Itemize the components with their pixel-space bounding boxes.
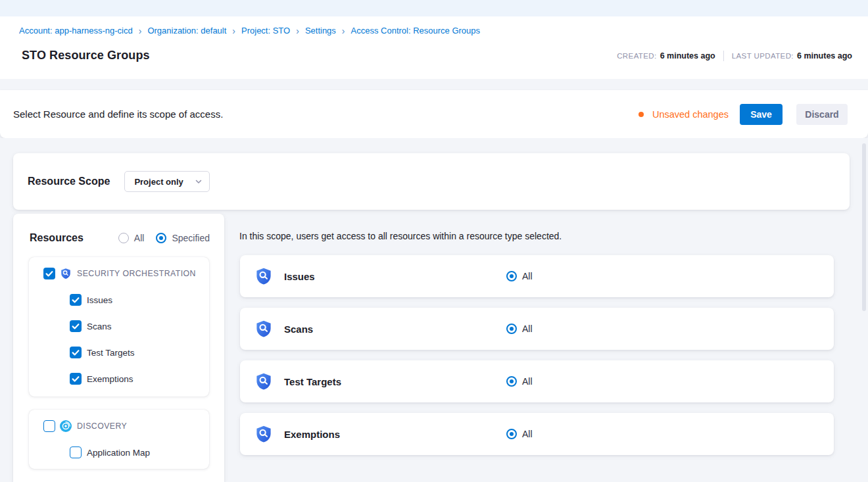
resource-scope-selected-value: Project only bbox=[134, 177, 183, 187]
tree-child-row[interactable]: Exemptions bbox=[70, 373, 209, 385]
tree-child-row[interactable]: Issues bbox=[70, 294, 209, 306]
breadcrumb-settings-link[interactable]: Settings bbox=[305, 26, 336, 36]
sto-shield-icon bbox=[254, 425, 273, 443]
checkbox-scans[interactable] bbox=[70, 320, 82, 332]
toolbar-description: Select Resource and define its scope of … bbox=[13, 108, 223, 120]
toolbar-actions: Unsaved changes Save Discard bbox=[639, 104, 848, 125]
resource-group-security-orchestration: SECURITY ORCHESTRATION Issues Scans bbox=[29, 257, 209, 397]
page: Account: app-harness-ng-cicd › Organizat… bbox=[0, 0, 868, 482]
breadcrumb-organization-link[interactable]: Organization: default bbox=[147, 26, 226, 36]
radio-specified-label: Specified bbox=[172, 233, 210, 243]
checkbox-issues[interactable] bbox=[70, 294, 82, 306]
unsaved-changes-label: Unsaved changes bbox=[652, 109, 729, 120]
resource-card-issues: Issues All bbox=[240, 255, 834, 297]
sto-shield-icon bbox=[60, 268, 72, 279]
resource-card-all-radio[interactable]: All bbox=[506, 429, 533, 439]
resources-mode-radio-group: All Specified bbox=[118, 233, 210, 243]
child-label: Application Map bbox=[87, 448, 150, 458]
last-updated-value: 6 minutes ago bbox=[797, 51, 852, 60]
checkbox-application-map[interactable] bbox=[70, 446, 82, 458]
radio-specified-circle-icon[interactable] bbox=[156, 233, 166, 243]
radio-circle-icon[interactable] bbox=[506, 429, 517, 439]
radio-all[interactable]: All bbox=[118, 233, 145, 243]
resources-title: Resources bbox=[30, 232, 84, 244]
action-toolbar: Select Resource and define its scope of … bbox=[0, 90, 868, 138]
resource-card-all-radio[interactable]: All bbox=[506, 324, 533, 334]
resource-group-discovery: DISCOVERY Application Map bbox=[29, 410, 209, 469]
header-meta: CREATED: 6 minutes ago LAST UPDATED: 6 m… bbox=[617, 51, 852, 61]
resources-panel-header: Resources All Specified bbox=[30, 232, 210, 244]
discovery-icon bbox=[60, 420, 72, 432]
discard-button[interactable]: Discard bbox=[796, 104, 848, 125]
checkbox-discovery[interactable] bbox=[43, 420, 55, 432]
last-updated-label: LAST UPDATED: bbox=[732, 52, 794, 60]
resource-card-exemptions: Exemptions All bbox=[240, 413, 834, 455]
child-label: Scans bbox=[87, 322, 112, 331]
tree-parent-row[interactable]: DISCOVERY bbox=[43, 420, 209, 432]
resource-scope-card: Resource Scope Project only bbox=[13, 153, 850, 210]
chevron-down-icon bbox=[195, 178, 203, 185]
breadcrumb: Account: app-harness-ng-cicd › Organizat… bbox=[0, 16, 868, 36]
resource-card-title: Test Targets bbox=[284, 376, 341, 387]
chevron-right-icon: › bbox=[232, 26, 235, 36]
page-header: Account: app-harness-ng-cicd › Organizat… bbox=[0, 16, 868, 79]
radio-all-circle-icon[interactable] bbox=[118, 233, 129, 243]
sto-shield-icon bbox=[254, 267, 273, 285]
radio-all-label: All bbox=[522, 271, 533, 281]
content-area: Resource Scope Project only Resources Al… bbox=[0, 138, 868, 482]
resource-card-title: Exemptions bbox=[284, 429, 340, 440]
unsaved-changes-dot-icon bbox=[639, 112, 644, 117]
checkbox-exemptions[interactable] bbox=[70, 373, 82, 385]
checkbox-security-orchestration[interactable] bbox=[43, 268, 55, 279]
resource-card-title: Issues bbox=[284, 271, 315, 282]
checkbox-test-targets[interactable] bbox=[70, 347, 82, 358]
tree-child-row[interactable]: Test Targets bbox=[70, 347, 209, 358]
chevron-right-icon: › bbox=[296, 26, 299, 36]
tree-parent-row[interactable]: SECURITY ORCHESTRATION bbox=[43, 268, 209, 279]
resource-card-scans: Scans All bbox=[240, 308, 834, 350]
save-button[interactable]: Save bbox=[740, 104, 783, 125]
tree-child-row[interactable]: Scans bbox=[70, 320, 209, 332]
child-label: Issues bbox=[87, 295, 112, 305]
breadcrumb-access-control-link[interactable]: Access Control: Resource Groups bbox=[351, 26, 481, 36]
breadcrumb-account-link[interactable]: Account: app-harness-ng-cicd bbox=[19, 26, 133, 36]
breadcrumb-project-link[interactable]: Project: STO bbox=[241, 26, 290, 36]
radio-circle-icon[interactable] bbox=[506, 271, 517, 281]
resource-card-test-targets: Test Targets All bbox=[240, 360, 834, 402]
radio-circle-icon[interactable] bbox=[506, 376, 517, 387]
created-value: 6 minutes ago bbox=[660, 51, 715, 60]
radio-specified[interactable]: Specified bbox=[156, 233, 210, 243]
created-label: CREATED: bbox=[617, 52, 657, 60]
radio-all-label: All bbox=[522, 324, 533, 334]
top-strip bbox=[0, 0, 868, 16]
child-label: Exemptions bbox=[87, 374, 133, 384]
resource-card-all-radio[interactable]: All bbox=[506, 376, 533, 387]
scope-access-note: In this scope, users get access to all r… bbox=[239, 231, 562, 241]
tree-child-row[interactable]: Application Map bbox=[70, 446, 209, 458]
vertical-scrollbar-thumb[interactable] bbox=[862, 143, 866, 311]
meta-divider bbox=[723, 51, 724, 61]
resource-scope-dropdown[interactable]: Project only bbox=[124, 171, 210, 192]
resources-panel: Resources All Specified bbox=[13, 214, 224, 482]
sto-shield-icon bbox=[254, 372, 273, 391]
resource-scope-label: Resource Scope bbox=[28, 176, 110, 187]
resource-card-title: Scans bbox=[284, 324, 313, 335]
radio-all-label: All bbox=[522, 376, 533, 387]
child-label: Test Targets bbox=[87, 348, 135, 358]
sto-shield-icon bbox=[254, 320, 273, 338]
group-label: DISCOVERY bbox=[77, 422, 127, 431]
page-title: STO Resource Groups bbox=[22, 49, 150, 62]
resource-card-all-radio[interactable]: All bbox=[506, 271, 533, 281]
group-label: SECURITY ORCHESTRATION bbox=[77, 269, 196, 278]
resource-type-cards: Issues All Scans All bbox=[240, 255, 834, 466]
radio-all-label: All bbox=[522, 429, 533, 439]
radio-circle-icon[interactable] bbox=[506, 324, 517, 334]
radio-all-label: All bbox=[134, 233, 145, 243]
chevron-right-icon: › bbox=[342, 26, 345, 36]
chevron-right-icon: › bbox=[139, 26, 142, 36]
header-row: STO Resource Groups CREATED: 6 minutes a… bbox=[0, 36, 868, 62]
